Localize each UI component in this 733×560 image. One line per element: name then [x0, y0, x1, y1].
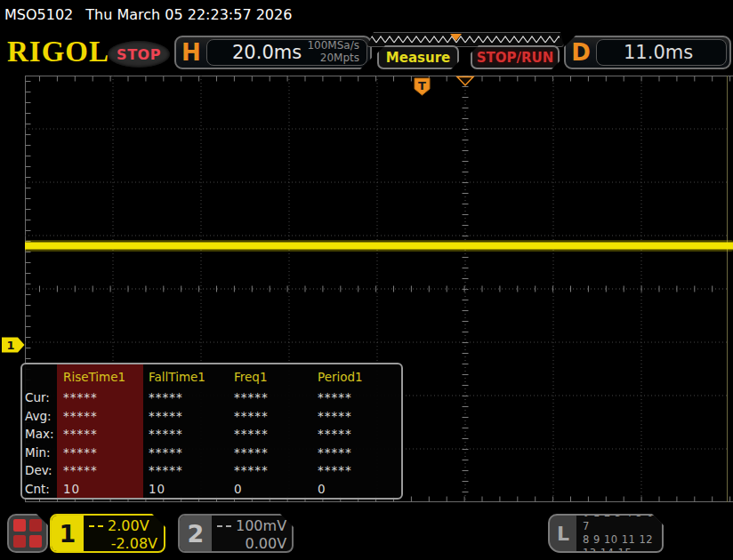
measure-value: 10: [60, 482, 145, 496]
apps-grid-icon[interactable]: [7, 514, 48, 553]
model-name: MSO5102: [4, 6, 73, 23]
measure-value: 10: [145, 482, 230, 496]
measure-col-header[interactable]: FallTime1: [145, 370, 230, 384]
row-label: Cnt:: [22, 482, 60, 496]
measure-value: *****: [145, 409, 230, 423]
channel1-status-box[interactable]: 1 2.00V -2.08V: [50, 514, 165, 553]
measure-value: *****: [230, 409, 314, 423]
measure-button[interactable]: Measure: [377, 45, 459, 69]
delay-value-panel: 11.0ms: [596, 39, 727, 66]
delay-label: D: [566, 39, 596, 66]
trigger-marker-label: T: [418, 79, 426, 92]
logic-analyzer-status-box[interactable]: L 0 1 2 3 4 5 6 7 8 9 10 11 12 13 14 15: [548, 514, 664, 553]
measure-col-header[interactable]: Freq1: [230, 370, 314, 384]
measure-value: *****: [60, 445, 145, 460]
measure-value: 0: [230, 482, 314, 496]
measure-value: *****: [145, 390, 230, 404]
memory-depth: 20Mpts: [320, 52, 359, 64]
horizontal-label: H: [176, 39, 206, 66]
measure-value: *****: [145, 445, 230, 460]
trigger-position-marker[interactable]: T: [415, 78, 430, 95]
measure-col-header[interactable]: Period1: [314, 370, 399, 384]
digital-channels-row1: 0 1 2 3 4 5 6 7: [583, 514, 662, 533]
measure-col-header[interactable]: RiseTime1: [60, 370, 145, 384]
row-label: Dev:: [22, 463, 60, 477]
datetime: Thu March 05 22:23:57 2026: [85, 6, 292, 23]
stop-run-button[interactable]: STOP/RUN: [471, 45, 560, 69]
measure-value: *****: [145, 427, 230, 441]
status-bar: MSO5102 Thu March 05 22:23:57 2026: [0, 0, 733, 28]
measure-value: *****: [60, 463, 145, 477]
measure-value: *****: [314, 390, 399, 404]
measure-value: *****: [314, 427, 399, 441]
timebase-value-panel: 20.0ms 100MSa/s 20Mpts: [206, 39, 367, 66]
dc-coupling-icon: [89, 525, 103, 527]
measure-value: *****: [230, 390, 314, 404]
measure-value: *****: [230, 427, 314, 441]
row-label: Max:: [22, 427, 60, 441]
measure-value: *****: [60, 427, 145, 441]
channel2-status-box[interactable]: 2 100mV 0.00V: [178, 514, 294, 553]
ch1-level-marker[interactable]: 1: [2, 338, 25, 353]
dc-coupling-icon: [217, 525, 231, 527]
ch1-trace: [25, 240, 733, 252]
rigol-logo: RIGOL: [7, 36, 109, 68]
row-label: Avg:: [22, 409, 60, 423]
acquisition-info: 100MSa/s 20Mpts: [307, 40, 359, 65]
measure-value: *****: [60, 390, 145, 404]
digital-channels-row2: 8 9 10 11 12 13 14 15: [583, 533, 662, 553]
overview-zigzag: [367, 33, 561, 46]
channel1-offset: -2.08V: [89, 535, 157, 553]
measure-value: *****: [60, 409, 145, 423]
horizontal-position-marker[interactable]: [457, 77, 473, 86]
channel1-scale: 2.00V: [108, 517, 149, 535]
timebase-value: 20.0ms: [232, 42, 302, 63]
row-label: Min:: [22, 445, 60, 460]
run-state-badge: STOP: [108, 41, 170, 68]
channel2-offset: 0.00V: [217, 535, 286, 553]
measure-value: *****: [314, 409, 399, 423]
svg-text:1: 1: [6, 339, 14, 352]
logic-analyzer-label: L: [550, 516, 576, 551]
measure-value: *****: [314, 463, 399, 477]
measure-value: *****: [230, 463, 314, 477]
measurement-grid: RiseTime1 FallTime1 Freq1 Period1 Cur: *…: [22, 364, 401, 498]
channel2-scale: 100mV: [236, 517, 286, 535]
sample-rate: 100MSa/s: [307, 39, 359, 52]
measurement-panel: RiseTime1 FallTime1 Freq1 Period1 Cur: *…: [20, 363, 403, 500]
measure-value: *****: [230, 445, 314, 460]
measure-value: *****: [314, 445, 399, 460]
measure-value: 0: [314, 482, 399, 496]
delay-value: 11.0ms: [624, 42, 693, 63]
channel2-number: 2: [180, 516, 212, 551]
row-label: Cur:: [22, 390, 60, 404]
waveform-overview-bar[interactable]: [366, 32, 564, 47]
horizontal-timebase-box[interactable]: H 20.0ms 100MSa/s 20Mpts: [174, 36, 372, 69]
measure-value: *****: [145, 463, 230, 477]
delay-box[interactable]: D 11.0ms: [564, 36, 731, 69]
channel1-number: 1: [52, 516, 84, 551]
